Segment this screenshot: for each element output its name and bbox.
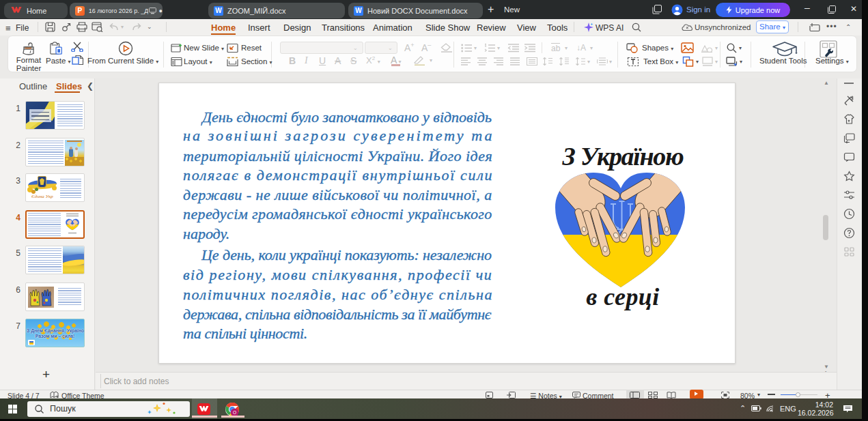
svg-text:O: O	[233, 410, 236, 415]
